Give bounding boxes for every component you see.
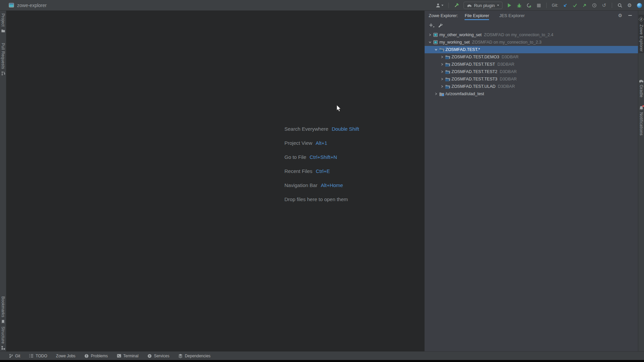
bottom-item-label: Dependencies — [185, 354, 211, 358]
tree-row[interactable]: DS ZOSMFAD.TEST.DEMO3 D3DBAR — [425, 53, 638, 61]
notifications-bell-icon — [639, 106, 644, 110]
folder-icon — [1, 28, 5, 33]
bottom-item-label: Problems — [91, 354, 108, 358]
bookmarks-stripe-label: Bookmarks — [1, 296, 5, 317]
shortcut-label: Search Everywhere — [284, 125, 328, 133]
tool-stripe-pull-requests[interactable]: Pull Requests — [1, 43, 5, 76]
svg-text:DS: DS — [446, 79, 448, 81]
screen-bottom-strip — [0, 360, 644, 362]
tool-stripe-bookmarks[interactable]: Bookmarks — [1, 296, 5, 324]
chevron-down-icon[interactable] — [428, 40, 432, 45]
git-branch-icon — [9, 354, 13, 358]
run-configuration-select[interactable]: Run plugin — [464, 2, 502, 9]
chevron-right-icon[interactable] — [434, 92, 438, 96]
tool-stripe-zowe-jobs[interactable]: Zowe Jobs — [56, 354, 75, 358]
tab-file-explorer[interactable]: File Explorer — [465, 11, 489, 20]
chevron-right-icon[interactable] — [428, 33, 432, 37]
chevron-right-icon[interactable] — [440, 55, 444, 59]
tool-window-title: Zowe Explorer: — [429, 11, 458, 20]
bottom-item-label: Git — [15, 354, 20, 358]
shortcut-label: Project View — [284, 139, 312, 147]
bottom-item-label: Terminal — [123, 354, 139, 358]
mouse-cursor — [336, 105, 343, 114]
tool-stripe-gradle[interactable]: Gradle — [639, 79, 644, 98]
chevron-down-icon[interactable] — [434, 47, 438, 52]
chevron-right-icon[interactable] — [440, 84, 444, 89]
services-icon — [147, 354, 152, 358]
svg-text:DS: DS — [446, 57, 448, 59]
dataset-icon: DS — [445, 55, 450, 59]
tree-item-detail: D3DBAR — [497, 62, 515, 67]
run-with-profiler-button[interactable] — [526, 2, 532, 9]
tree-row[interactable]: DS ZOSMFAD.TEST.TEST2 D3DBAR — [425, 68, 638, 75]
tool-stripe-zowe-explorer[interactable]: Z Zowe Explorer — [639, 15, 644, 53]
svg-text:DS: DS — [440, 50, 442, 52]
rollback-icon[interactable]: ↺ — [601, 2, 607, 9]
git-toolbar-label: Git: — [552, 3, 558, 8]
tree-row[interactable]: DS ZOSMFAD.TEST.ULAD D3DBAR — [425, 83, 638, 90]
svg-text:DS: DS — [446, 86, 448, 88]
hide-tool-window-icon[interactable] — [628, 11, 632, 20]
chevron-right-icon[interactable] — [440, 69, 444, 74]
add-working-set-button[interactable] — [429, 23, 433, 27]
tree-item-name: /u/zosmfad/ulad_test — [445, 92, 484, 96]
tool-window-settings-gear-icon[interactable]: ⚙ — [618, 11, 622, 20]
run-button[interactable] — [507, 2, 512, 9]
tree-row-selected[interactable]: DS ZOSMFAD.TEST.* — [425, 46, 638, 53]
svg-text:DS: DS — [446, 72, 448, 74]
git-update-button[interactable] — [562, 2, 568, 9]
gradle-elephant-icon — [639, 79, 644, 83]
bottom-item-label: Services — [154, 354, 169, 358]
stop-button[interactable] — [536, 2, 541, 9]
shortcut-keys: Alt+1 — [316, 139, 327, 147]
tool-stripe-structure[interactable]: Structure — [1, 326, 5, 350]
tool-stripe-services[interactable]: Services — [147, 354, 169, 358]
bottom-tool-stripe: Git TODO Zowe Jobs Problems Terminal Ser… — [0, 351, 644, 360]
build-hammer-icon[interactable] — [454, 2, 459, 9]
git-commit-button[interactable] — [572, 2, 578, 9]
empty-editor-shortcut-hints: Search EverywhereDouble Shift Project Vi… — [284, 125, 359, 210]
dataset-icon: DS — [445, 69, 450, 74]
search-everywhere-icon[interactable] — [617, 2, 623, 9]
terminal-icon — [117, 354, 121, 358]
tool-stripe-todo[interactable]: TODO — [29, 354, 47, 358]
tree-item-name: my_other_working_set — [439, 33, 482, 37]
tree-item-detail: D3DBAR — [500, 69, 517, 74]
tool-stripe-dependencies[interactable]: Dependencies — [178, 354, 211, 358]
git-push-button[interactable] — [582, 2, 587, 9]
tool-stripe-terminal[interactable]: Terminal — [117, 354, 139, 358]
gradle-stripe-label: Gradle — [639, 85, 644, 98]
toolbar-separator — [612, 3, 612, 8]
notification-badge — [642, 105, 644, 107]
editor-area: Search EverywhereDouble Shift Project Vi… — [6, 11, 424, 351]
add-dropdown-caret — [433, 26, 435, 27]
toolbar-separator — [448, 3, 449, 8]
tool-window-header: Zowe Explorer: File Explorer JES Explore… — [425, 11, 638, 20]
toolbar-separator — [546, 3, 547, 8]
history-icon[interactable] — [592, 2, 597, 9]
tree-item-name: ZOSMFAD.TEST.* — [445, 47, 480, 52]
ide-window: zowe-explorer Run plugin — [0, 0, 644, 362]
structure-icon — [1, 346, 5, 350]
tree-row[interactable]: my_working_set ZOSMFAD on my_connection_… — [425, 39, 638, 46]
tree-item-name: ZOSMFAD.TEST.DEMO3 — [451, 55, 499, 59]
user-account-icon[interactable] — [435, 2, 443, 9]
tab-jes-explorer[interactable]: JES Explorer — [499, 11, 525, 20]
tool-stripe-git[interactable]: Git — [9, 354, 20, 358]
chevron-right-icon[interactable] — [440, 77, 444, 81]
tool-stripe-notifications[interactable]: Notifications — [639, 106, 644, 135]
settings-gear-icon[interactable]: ⚙ — [627, 2, 632, 9]
debug-button[interactable] — [517, 2, 522, 9]
tree-row[interactable]: DS ZOSMFAD.TEST.TEST D3DBAR — [425, 61, 638, 68]
ide-updates-icon[interactable] — [637, 2, 642, 9]
tool-stripe-project[interactable]: Project — [1, 13, 5, 33]
git-merge-icon — [1, 71, 5, 76]
tool-stripe-problems[interactable]: Problems — [84, 354, 108, 358]
bottom-item-label: Zowe Jobs — [56, 354, 75, 358]
tree-row[interactable]: my_other_working_set ZOSMFAD on my_conne… — [425, 31, 638, 39]
tree-row[interactable]: /u/zosmfad/ulad_test — [425, 90, 638, 98]
chevron-right-icon[interactable] — [440, 62, 444, 67]
edit-working-sets-wrench-button[interactable] — [438, 23, 443, 27]
drop-files-hint: Drop files here to open them — [284, 196, 348, 203]
tree-row[interactable]: DS ZOSMFAD.TEST.TEST3 D3DBAR — [425, 75, 638, 83]
